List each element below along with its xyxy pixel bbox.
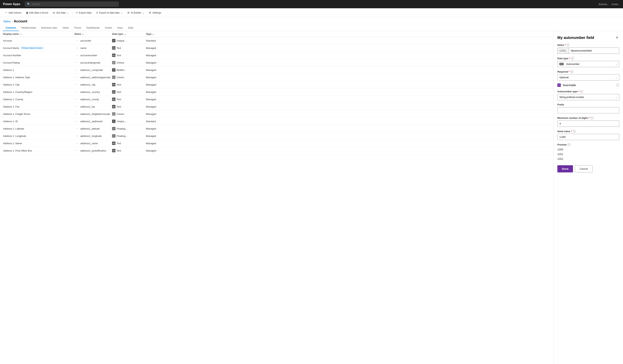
row-context-menu-button[interactable]: ···	[74, 97, 79, 101]
row-name: accountid	[80, 39, 91, 42]
table-row[interactable]: Account Number ··· accountnumber Aa Text…	[0, 52, 554, 59]
tab-columns[interactable]: Columns	[3, 25, 19, 31]
th-type[interactable]: Type ⌄	[146, 33, 176, 35]
tab-business-rules[interactable]: Business rules	[39, 25, 60, 31]
min-digits-input[interactable]	[557, 121, 619, 127]
row-context-menu-button[interactable]: ···	[74, 112, 79, 116]
preview-info-icon[interactable]: i	[567, 143, 570, 146]
cancel-button[interactable]: Cancel	[575, 165, 593, 172]
ai-builder-button[interactable]: ⚙ AI Builder ⌄	[125, 10, 146, 15]
tab-keys[interactable]: Keys	[115, 25, 125, 31]
search-input[interactable]	[32, 3, 117, 6]
name-filter-icon: ⌄	[82, 33, 84, 35]
edit-excel-button[interactable]: ▦ Edit data in Excel	[24, 10, 50, 15]
tab-forms[interactable]: Forms	[72, 25, 84, 31]
row-context-menu-button[interactable]: ···	[74, 127, 79, 131]
ai-icon: ⚙	[127, 11, 130, 14]
tab-charts[interactable]: Charts	[102, 25, 115, 31]
searchable-row: Searchable i	[557, 84, 619, 87]
row-context-menu-button[interactable]: ···	[74, 134, 79, 138]
topbar-right: Environ... Conto...	[599, 3, 620, 6]
row-context-menu-button[interactable]: ···	[74, 141, 79, 145]
ai-builder-chevron-icon: ⌄	[142, 11, 144, 14]
table-row[interactable]: Address 1: Freight Terms ··· address1_fr…	[0, 110, 554, 118]
panel-close-button[interactable]: ✕	[615, 35, 619, 41]
done-button[interactable]: Done	[557, 165, 573, 172]
tab-dashboards[interactable]: Dashboards	[84, 25, 102, 31]
seed-input[interactable]	[557, 134, 619, 140]
name-info-icon[interactable]: i	[566, 43, 569, 46]
table-row[interactable]: Address 1 ··· address1_composite ¶ Multi…	[0, 66, 554, 74]
search-bar[interactable]: 🔍	[25, 1, 119, 7]
data-type-dropdown[interactable]: AN Autonumber ⌄	[557, 61, 619, 67]
name-required-star: *	[565, 44, 566, 46]
table-row[interactable]: Address 1: Latitude ··· address1_latitud…	[0, 125, 554, 132]
row-type: Managed	[146, 54, 176, 57]
row-context-menu-button[interactable]: ···	[74, 119, 79, 123]
table-row[interactable]: Address 1: Address Type ··· address1_add…	[0, 74, 554, 81]
name-input[interactable]	[569, 48, 619, 54]
row-display-name: Address 1: Address Type	[3, 76, 74, 79]
prefix-input[interactable]	[557, 107, 619, 113]
row-context-menu-button[interactable]: ···	[74, 75, 79, 79]
table-row[interactable]: Address 1: Country/Region ··· address1_c…	[0, 88, 554, 96]
table-row[interactable]: Address 1: City ··· address1_city Aa Tex…	[0, 81, 554, 88]
table-row[interactable]: Address 1: ID ··· address1_addressid # U…	[0, 118, 554, 125]
autonumber-type-dropdown[interactable]: String prefixed number ⌄	[557, 94, 619, 100]
tab-views[interactable]: Views	[60, 25, 71, 31]
table-row[interactable]: Address 1: Fax ··· address1_fax Aa Text …	[0, 103, 554, 110]
autonumber-type-field-group: Autonumber type * i String prefixed numb…	[557, 90, 619, 100]
columns-table: Display name ↑↓ Name ⌄ Data type ⌄ Type …	[0, 31, 554, 364]
row-dots-and-name: ··· address1_composite	[74, 68, 112, 72]
datatype-icon: Aa	[112, 142, 115, 145]
row-data-type: Aa Text	[112, 83, 146, 86]
tabs-bar: Columns Relationships Business rules Vie…	[0, 25, 623, 31]
table-row[interactable]: Account ··· accountid # Unique ... Stand…	[0, 37, 554, 44]
tab-relationships[interactable]: Relationships	[19, 25, 39, 31]
th-data-type[interactable]: Data type ⌄	[112, 33, 146, 35]
row-display-name: Address 1: ID	[3, 120, 74, 123]
row-context-menu-button[interactable]: ···	[74, 61, 79, 65]
autonumber-type-info-icon[interactable]: i	[580, 90, 583, 93]
add-column-button[interactable]: ＋ Add column	[3, 10, 23, 15]
export-data-button[interactable]: ↦ Export data	[74, 10, 93, 15]
table-row[interactable]: Address 1: Longitude ··· address1_longit…	[0, 132, 554, 140]
row-context-menu-button[interactable]: ···	[74, 105, 79, 109]
min-digits-info-icon[interactable]: i	[590, 116, 594, 119]
tab-data[interactable]: Data	[125, 25, 136, 31]
row-name: address1_county	[80, 98, 99, 101]
table-row[interactable]: Account Rating ··· accountratingcode ≡ C…	[0, 59, 554, 66]
row-context-menu-button[interactable]: ···	[74, 83, 79, 87]
row-context-menu-button[interactable]: ···	[74, 39, 79, 43]
required-info-icon[interactable]: i	[570, 70, 573, 73]
row-context-menu-button[interactable]: ···	[74, 53, 79, 57]
seed-value-label: Seed value * i	[557, 130, 619, 133]
row-data-type: ≡ Choice	[112, 112, 146, 116]
seed-info-icon[interactable]: i	[573, 130, 576, 133]
row-context-menu-button[interactable]: ···	[74, 46, 79, 50]
required-dropdown[interactable]: Optional ⌄	[557, 74, 619, 81]
row-context-menu-button[interactable]: ···	[74, 149, 79, 153]
row-dots-and-name: ··· address1_freighttermscode	[74, 112, 112, 116]
table-row[interactable]: Address 1: County ··· address1_county Aa…	[0, 96, 554, 103]
row-dots-and-name: ··· accountid	[74, 39, 112, 43]
th-name[interactable]: Name ⌄	[74, 33, 112, 35]
name-prefix: cr25d_	[557, 48, 569, 54]
row-context-menu-button[interactable]: ···	[74, 90, 79, 94]
required-required-star: *	[569, 70, 570, 73]
min-digits-field-group: Minimum number of digits * i	[557, 116, 619, 127]
type-filter-icon: ⌄	[152, 33, 154, 35]
th-display-name[interactable]: Display name ↑↓	[3, 33, 74, 35]
table-row[interactable]: Account NamePrimary Name Column ··· name…	[0, 44, 554, 52]
table-row[interactable]: Address 1: Post Office Box ··· address1_…	[0, 147, 554, 154]
get-data-button[interactable]: 🗃 Get data ⌄	[51, 10, 71, 15]
export-lake-button[interactable]: ⊙ Export to data lake ⌄	[94, 10, 125, 15]
settings-button[interactable]: ⚙ Settings	[147, 10, 163, 15]
row-context-menu-button[interactable]: ···	[74, 68, 79, 72]
searchable-checkbox[interactable]	[557, 84, 561, 87]
field-panel: My autonumber field ✕ Name * i cr25d_ Da…	[554, 31, 623, 364]
searchable-info-icon[interactable]: i	[616, 84, 619, 87]
table-row[interactable]: Address 1: Name ··· address1_name Aa Tex…	[0, 140, 554, 147]
breadcrumb-tables-link[interactable]: Tables	[3, 20, 11, 23]
data-type-info-icon[interactable]: i	[571, 57, 574, 60]
